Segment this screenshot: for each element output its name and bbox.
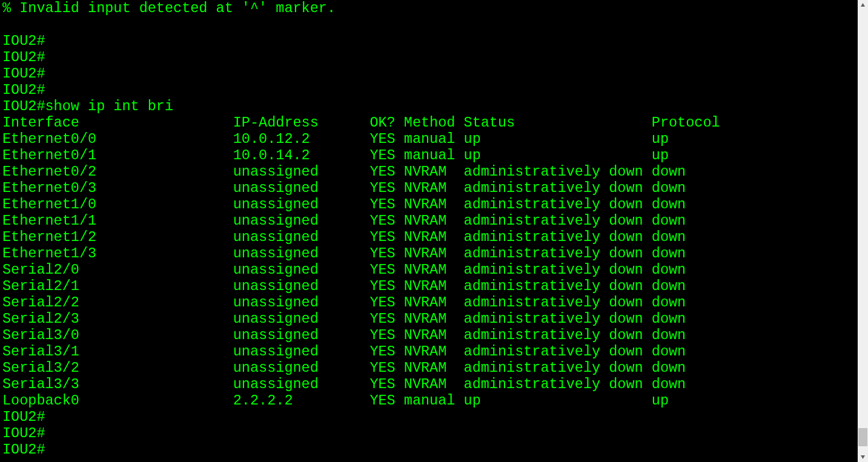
prompt-line: IOU2#	[2, 49, 855, 65]
table-row: Serial3/2 unassigned YES NVRAM administr…	[2, 360, 855, 376]
table-header: Interface IP-Address OK? Method Status P…	[2, 114, 855, 131]
table-row: Loopback0 2.2.2.2 YES manual up up	[2, 392, 855, 409]
scroll-up-button[interactable]	[858, 0, 868, 10]
table-row: Serial2/1 unassigned YES NVRAM administr…	[2, 278, 855, 294]
scrollbar-thumb[interactable]	[858, 428, 867, 446]
table-row: Serial3/0 unassigned YES NVRAM administr…	[2, 327, 855, 343]
table-row: Ethernet0/2 unassigned YES NVRAM adminis…	[2, 163, 855, 180]
error-line: % Invalid input detected at '^' marker.	[2, 0, 855, 16]
scroll-down-button[interactable]	[858, 452, 868, 462]
prompt-line: IOU2#	[2, 65, 855, 82]
table-row: Serial2/3 unassigned YES NVRAM administr…	[2, 311, 855, 327]
prompt-line: IOU2#	[2, 441, 855, 458]
table-row: Serial3/1 unassigned YES NVRAM administr…	[2, 343, 855, 360]
table-row: Ethernet0/1 10.0.14.2 YES manual up up	[2, 147, 855, 163]
prompt-line: IOU2#	[2, 409, 855, 425]
table-row: Ethernet1/2 unassigned YES NVRAM adminis…	[2, 229, 855, 245]
prompt-line: IOU2#	[2, 33, 855, 49]
prompt-line: IOU2#	[2, 425, 855, 441]
terminal-output[interactable]: % Invalid input detected at '^' marker. …	[0, 0, 858, 462]
table-row: Serial2/0 unassigned YES NVRAM administr…	[2, 262, 855, 278]
prompt-line: IOU2#	[2, 82, 855, 98]
scrollbar-track[interactable]	[858, 10, 868, 452]
vertical-scrollbar[interactable]	[858, 0, 868, 462]
command-line: IOU2#show ip int bri	[2, 98, 855, 114]
blank-line	[2, 16, 855, 33]
table-row: Ethernet0/3 unassigned YES NVRAM adminis…	[2, 180, 855, 196]
table-row: Serial3/3 unassigned YES NVRAM administr…	[2, 376, 855, 392]
table-row: Ethernet0/0 10.0.12.2 YES manual up up	[2, 131, 855, 147]
table-row: Serial2/2 unassigned YES NVRAM administr…	[2, 294, 855, 311]
table-row: Ethernet1/3 unassigned YES NVRAM adminis…	[2, 245, 855, 262]
svg-marker-0	[861, 3, 865, 7]
table-row: Ethernet1/1 unassigned YES NVRAM adminis…	[2, 213, 855, 229]
table-row: Ethernet1/0 unassigned YES NVRAM adminis…	[2, 196, 855, 213]
svg-marker-1	[861, 455, 865, 459]
